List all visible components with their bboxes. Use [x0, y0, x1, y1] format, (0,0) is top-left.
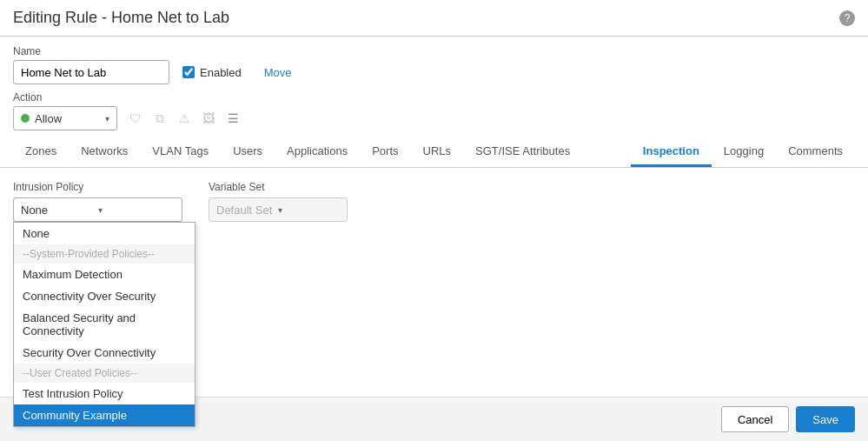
- dropdown-item-security[interactable]: Security Over Connectivity: [14, 342, 195, 364]
- tab-urls[interactable]: URLs: [411, 137, 464, 167]
- tab-vlan-tags[interactable]: VLAN Tags: [140, 137, 221, 167]
- tab-sgt-ise[interactable]: SGT/ISE Attributes: [463, 137, 582, 167]
- tab-users[interactable]: Users: [221, 137, 275, 167]
- intrusion-policy-arrow: ▾: [98, 205, 176, 215]
- dropdown-item-none[interactable]: None: [14, 223, 195, 244]
- action-row: Allow ▾ 🛡 ⧉ ⚠ 🖼 ☰: [13, 106, 855, 130]
- enabled-section: Enabled Move: [182, 66, 292, 79]
- copy-icon[interactable]: ⧉: [150, 109, 169, 128]
- tab-zones[interactable]: Zones: [13, 137, 69, 167]
- dropdown-item-balanced[interactable]: Balanced Security and Connectivity: [14, 307, 195, 342]
- save-button[interactable]: Save: [796, 406, 855, 432]
- variable-set-column: Variable Set Default Set ▾: [209, 181, 348, 222]
- intrusion-policy-dropdown-btn[interactable]: None ▾: [13, 197, 182, 222]
- variable-set-value: Default Set: [216, 204, 278, 217]
- intrusion-policy-label: Intrusion Policy: [13, 181, 182, 193]
- intrusion-policy-section: Intrusion Policy None ▾ None --System-Pr…: [13, 181, 855, 222]
- image-icon[interactable]: 🖼: [199, 109, 218, 128]
- dropdown-separator-system: --System-Provided Policies--: [14, 244, 195, 264]
- intrusion-policy-column: Intrusion Policy None ▾ None --System-Pr…: [13, 181, 182, 222]
- name-row: Enabled Move: [13, 60, 855, 84]
- action-dropdown-arrow: ▾: [105, 114, 109, 124]
- dropdown-separator-user: --User Created Policies--: [14, 364, 195, 383]
- tab-applications[interactable]: Applications: [275, 137, 360, 167]
- cancel-button[interactable]: Cancel: [721, 406, 789, 432]
- dropdown-item-max-detection[interactable]: Maximum Detection: [14, 264, 195, 285]
- dropdown-item-community[interactable]: Community Example: [14, 404, 195, 426]
- tab-ports[interactable]: Ports: [360, 137, 410, 167]
- tabs-bar: Zones Networks VLAN Tags Users Applicati…: [0, 137, 868, 168]
- header-bar: Editing Rule - Home Net to Lab ?: [0, 0, 868, 37]
- main-content: Intrusion Policy None ▾ None --System-Pr…: [0, 168, 868, 397]
- name-label: Name: [13, 45, 855, 57]
- action-value: Allow: [35, 112, 100, 125]
- tab-logging[interactable]: Logging: [712, 137, 776, 167]
- tab-networks[interactable]: Networks: [69, 137, 140, 167]
- content-area: Name Enabled Move Action Allow ▾: [0, 37, 868, 397]
- enabled-checkbox[interactable]: [182, 66, 195, 78]
- enabled-label: Enabled: [200, 66, 242, 79]
- action-label: Action: [13, 91, 855, 104]
- vs-arrow: ▾: [278, 205, 340, 215]
- variable-set-label: Variable Set: [209, 181, 348, 193]
- action-section: Action Allow ▾ 🛡 ⧉ ⚠ 🖼 ☰: [0, 91, 868, 137]
- toolbar-icons: 🛡 ⧉ ⚠ 🖼 ☰: [126, 109, 242, 128]
- shield-icon[interactable]: 🛡: [126, 109, 145, 128]
- help-icon[interactable]: ?: [839, 10, 855, 26]
- list-icon[interactable]: ☰: [223, 109, 242, 128]
- allow-indicator: [21, 114, 30, 123]
- dropdown-item-connectivity[interactable]: Connectivity Over Security: [14, 285, 195, 307]
- name-section: Name Enabled Move: [0, 37, 868, 91]
- intrusion-policy-dropdown-list: None --System-Provided Policies-- Maximu…: [13, 222, 195, 427]
- dropdown-item-test[interactable]: Test Intrusion Policy: [14, 383, 195, 404]
- intrusion-policy-dropdown-container: None ▾ None --System-Provided Policies--…: [13, 197, 182, 222]
- tab-inspection[interactable]: Inspection: [631, 137, 712, 167]
- variable-set-dropdown[interactable]: Default Set ▾: [209, 197, 348, 222]
- name-input[interactable]: [13, 60, 169, 84]
- page-title: Editing Rule - Home Net to Lab: [13, 9, 229, 27]
- warning-icon[interactable]: ⚠: [175, 109, 194, 128]
- move-link[interactable]: Move: [264, 66, 292, 79]
- action-dropdown[interactable]: Allow ▾: [13, 106, 117, 130]
- tab-comments[interactable]: Comments: [776, 137, 855, 167]
- intrusion-policy-selected: None: [21, 204, 98, 217]
